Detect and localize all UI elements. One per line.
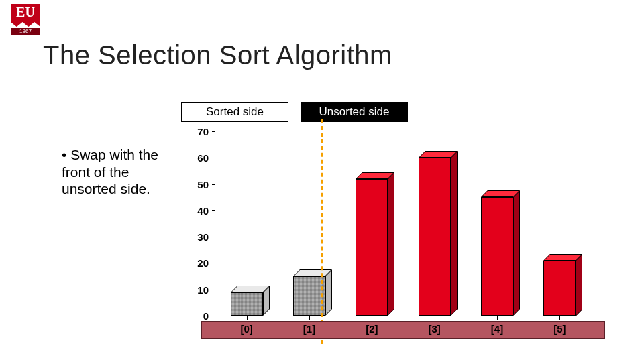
x-axis-tick	[372, 316, 372, 320]
logo-year: 1867	[11, 28, 40, 35]
y-axis-tick-label: 40	[197, 204, 209, 216]
logo-flag-text: EU	[11, 4, 40, 20]
chart: 010203040506070 [0][1][2][3][4][5]	[181, 131, 610, 346]
chart-bar-top	[231, 286, 270, 292]
sorted-unsorted-divider	[321, 119, 323, 344]
x-axis-tick	[435, 316, 435, 320]
chart-bar-front	[231, 292, 263, 316]
chart-bar-side	[576, 254, 582, 316]
chart-bar-side	[513, 190, 520, 316]
page-title: The Selection Sort Algorithm	[43, 40, 392, 70]
unsorted-side-label: Unsorted side	[301, 102, 408, 122]
x-axis-tick	[497, 316, 498, 320]
y-axis-tick	[212, 290, 215, 290]
y-axis-tick	[212, 184, 215, 185]
y-axis-tick-label: 30	[197, 231, 209, 243]
chart-bar-top	[293, 269, 332, 276]
chart-bar	[543, 261, 576, 316]
y-axis-tick-label: 70	[197, 126, 209, 137]
y-axis-tick	[212, 131, 215, 132]
chart-bar-side	[451, 151, 458, 316]
x-axis-tick	[309, 316, 310, 320]
chart-plot-area: 010203040506070	[215, 131, 591, 316]
y-axis-tick-label: 10	[197, 284, 209, 295]
chart-bar-top	[356, 172, 394, 179]
chart-bar-front	[356, 179, 388, 316]
chart-bar-top	[419, 151, 458, 158]
bullet-text-span: Swap with the front of the unsorted side…	[62, 147, 158, 196]
chart-bar-front	[543, 261, 576, 316]
logo: EU 1867	[11, 4, 40, 40]
x-axis-category-label: [1]	[303, 323, 315, 335]
chart-bar	[293, 276, 325, 316]
chart-bar	[419, 158, 451, 316]
chart-bar-front	[481, 197, 513, 316]
x-axis-category-label: [4]	[491, 323, 503, 335]
chart-bar-front	[419, 158, 451, 316]
chart-bar-side	[325, 269, 332, 316]
x-axis-tick	[559, 316, 560, 320]
x-axis-label-strip: [0][1][2][3][4][5]	[201, 321, 605, 339]
chart-bar	[231, 292, 263, 316]
chart-bar-top	[543, 254, 582, 261]
y-axis-tick-label: 60	[197, 152, 209, 164]
x-axis-tick	[247, 316, 248, 320]
y-axis-tick	[212, 158, 215, 158]
chart-bar-front	[293, 276, 325, 316]
chart-bar	[356, 179, 388, 316]
y-axis-tick	[212, 263, 215, 263]
y-axis-tick	[212, 316, 215, 316]
y-axis-tick-label: 20	[197, 257, 209, 269]
x-axis-category-label: [5]	[553, 323, 566, 335]
y-axis-tick	[212, 237, 215, 237]
bullet-text: • Swap with the front of the unsorted si…	[62, 146, 186, 198]
y-axis-tick-label: 50	[197, 178, 209, 190]
chart-bar-side	[388, 172, 394, 316]
x-axis-category-label: [2]	[366, 323, 378, 335]
chart-bar	[481, 197, 513, 316]
y-axis-tick	[212, 210, 215, 211]
chart-bars	[215, 131, 591, 316]
x-axis-category-label: [0]	[240, 323, 252, 335]
x-axis-category-label: [3]	[428, 323, 440, 335]
y-axis-tick-label: 0	[203, 310, 209, 322]
sorted-side-label: Sorted side	[181, 102, 288, 122]
